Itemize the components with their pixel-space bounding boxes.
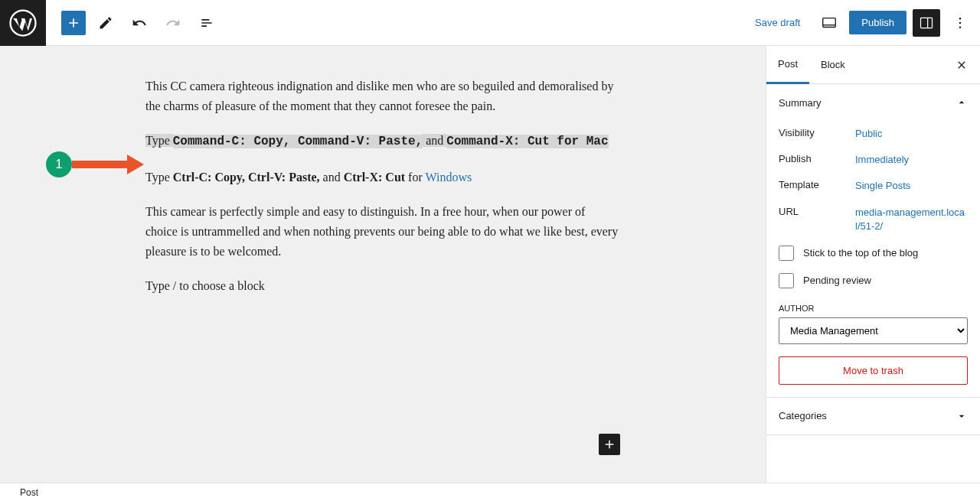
edit-tool-button[interactable] [92,9,119,37]
windows-link[interactable]: Windows [425,171,472,184]
chevron-up-icon [956,96,968,109]
categories-panel-toggle[interactable]: Categories [766,398,980,434]
breadcrumb[interactable]: Post [20,487,38,498]
svg-point-5 [959,26,962,28]
author-label: AUTHOR [779,294,968,317]
paragraph-block[interactable]: This camear is perfectly simple and easy… [145,202,620,261]
add-block-inline-button[interactable] [599,434,620,455]
chevron-down-icon [956,410,968,422]
url-label: URL [779,206,855,233]
save-draft-link[interactable]: Save draft [746,11,809,34]
add-block-button[interactable] [61,11,86,35]
undo-button[interactable] [126,9,153,37]
annotation-arrow [72,161,127,168]
paragraph-block[interactable]: Type Ctrl-C: Copy, Ctrl-V: Paste, and Ct… [145,168,620,187]
settings-sidebar-toggle[interactable] [913,9,940,37]
annotation-callout: 1 [46,151,144,177]
publish-value[interactable]: Immediately [855,153,968,167]
author-select[interactable]: Media Management [779,317,968,344]
svg-point-3 [959,17,962,19]
stick-label: Stick to the top of the blog [803,247,918,259]
document-overview-button[interactable] [193,9,220,37]
visibility-label: Visibility [779,127,855,141]
summary-panel-toggle[interactable]: Summary [766,84,980,121]
pending-label: Pending review [803,275,871,286]
annotation-number: 1 [46,151,72,177]
redo-button [159,9,187,37]
visibility-value[interactable]: Public [855,127,968,141]
options-menu-button[interactable] [946,9,974,37]
svg-rect-1 [823,18,836,27]
pending-checkbox[interactable] [779,273,794,288]
close-sidebar-button[interactable] [943,50,980,80]
annotation-arrow-head [127,155,144,174]
tab-block[interactable]: Block [809,47,857,83]
tab-post[interactable]: Post [766,46,809,84]
move-to-trash-button[interactable]: Move to trash [779,356,968,385]
url-value[interactable]: media-management.local/51-2/ [855,206,968,233]
svg-rect-2 [921,18,933,28]
block-placeholder[interactable]: Type / to choose a block [145,276,620,296]
paragraph-block[interactable]: This CC camera righteous indignation and… [145,76,620,115]
wordpress-logo[interactable] [0,0,46,46]
paragraph-block[interactable]: Type Command-C: Copy, Command-V: Paste, … [145,131,620,152]
preview-button[interactable] [815,9,843,37]
publish-button[interactable]: Publish [849,11,906,34]
template-value[interactable]: Single Posts [855,179,968,193]
stick-checkbox[interactable] [779,246,794,261]
template-label: Template [779,179,855,193]
svg-point-4 [959,21,962,24]
publish-label: Publish [779,153,855,167]
